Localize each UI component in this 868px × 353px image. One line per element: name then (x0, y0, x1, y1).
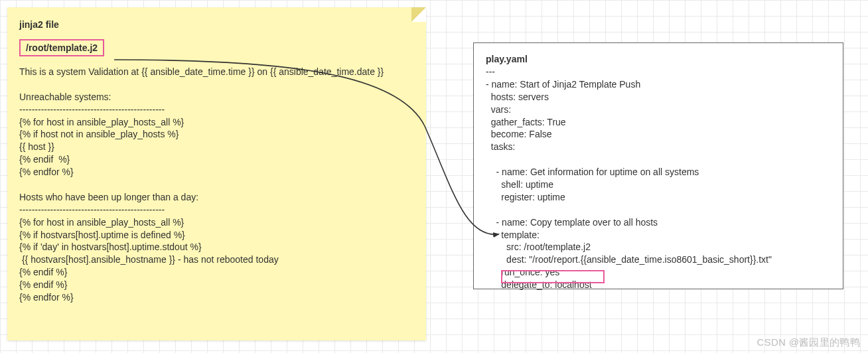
template-file-content: This is a system Validation at {{ ansibl… (19, 66, 414, 304)
play-yaml-card: play.yaml --- - name: Start of Jinja2 Te… (473, 42, 843, 289)
jinja2-note-card: jinja2 file /root/template.j2 This is a … (7, 7, 426, 340)
note-title: jinja2 file (19, 19, 414, 30)
watermark-text: CSDN @酱园里的鸭鸭 (757, 336, 861, 349)
template-filepath-box: /root/template.j2 (19, 39, 104, 56)
yaml-title: play.yaml (486, 54, 831, 64)
yaml-content: --- - name: Start of Jinja2 Template Pus… (486, 66, 831, 291)
